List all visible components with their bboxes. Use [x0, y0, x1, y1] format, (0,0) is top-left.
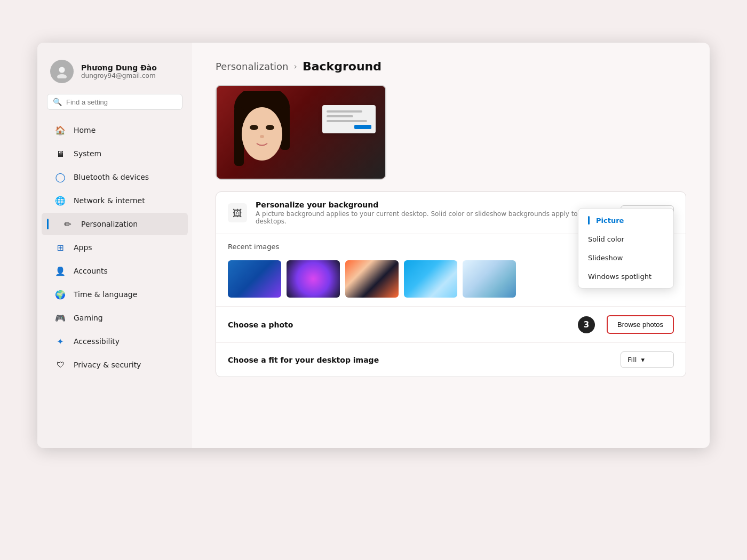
svg-point-0 — [59, 67, 65, 73]
nav-item-system[interactable]: 🖥 System — [42, 142, 188, 165]
network-icon: 🌐 — [54, 195, 66, 206]
personalize-text: Personalize your background A picture ba… — [256, 201, 621, 225]
svg-point-5 — [242, 107, 282, 161]
svg-point-7 — [266, 125, 274, 130]
dropdown-option-picture[interactable]: Picture — [578, 211, 673, 230]
fit-value: Fill — [627, 356, 637, 364]
nav-label-privacy: Privacy & security — [74, 361, 141, 369]
personalize-desc: A picture background applies to your cur… — [256, 210, 621, 225]
accounts-icon: 👤 — [54, 265, 66, 277]
bluetooth-icon: ◯ — [54, 171, 66, 183]
dropdown-option-slideshow-label: Slideshow — [588, 254, 623, 262]
nav-label-apps: Apps — [74, 243, 92, 252]
home-icon: 🏠 — [54, 124, 66, 136]
selected-indicator — [588, 216, 590, 225]
choose-photo-action: 3 Browse photos — [578, 315, 674, 334]
dropdown-option-solid-label: Solid color — [588, 235, 624, 243]
thumbnail-4[interactable] — [404, 260, 457, 298]
svg-point-1 — [57, 74, 67, 78]
background-dropdown-menu: Picture Solid color Slideshow Windows sp… — [578, 208, 674, 289]
step-badge: 3 — [578, 316, 595, 333]
personalize-icon: 🖼 — [228, 203, 247, 222]
personalize-row: 🖼 Personalize your background A picture … — [216, 192, 686, 234]
svg-point-6 — [250, 125, 258, 130]
breadcrumb: Personalization › Background — [216, 60, 686, 73]
nav-label-bluetooth: Bluetooth & devices — [74, 173, 149, 181]
desktop-preview — [216, 85, 386, 180]
nav-item-home[interactable]: 🏠 Home — [42, 119, 188, 141]
dropdown-option-slideshow[interactable]: Slideshow — [578, 249, 673, 267]
thumbnail-2[interactable] — [287, 260, 340, 298]
nav-item-gaming[interactable]: 🎮 Gaming — [42, 307, 188, 329]
svg-point-8 — [260, 135, 264, 138]
preview-face-svg — [227, 91, 297, 177]
choose-fit-row: Choose a fit for your desktop image Fill… — [216, 343, 686, 377]
search-icon: 🔍 — [53, 98, 62, 106]
breadcrumb-current: Background — [303, 60, 382, 73]
sidebar: Phương Dung Đào dungroy94@gmail.com 🔍 🏠 … — [37, 43, 192, 448]
user-name: Phương Dung Đào — [81, 63, 157, 72]
nav-item-personalization[interactable]: ✏️ Personalization — [42, 213, 188, 235]
fit-chevron-icon: ▾ — [641, 356, 645, 364]
choose-fit-text: Choose a fit for your desktop image — [228, 356, 621, 364]
dropdown-option-spotlight-label: Windows spotlight — [588, 273, 651, 281]
nav-item-accessibility[interactable]: ✦ Accessibility — [42, 330, 188, 353]
nav-item-apps[interactable]: ⊞ Apps — [42, 236, 188, 259]
breadcrumb-parent: Personalization — [216, 61, 288, 72]
choose-photo-text: Choose a photo — [228, 321, 578, 329]
nav-item-network[interactable]: 🌐 Network & internet — [42, 189, 188, 212]
nav-label-time: Time & language — [74, 290, 137, 299]
personalization-icon: ✏️ — [62, 218, 74, 230]
dropdown-option-spotlight[interactable]: Windows spotlight — [578, 267, 673, 286]
thumbnail-1[interactable] — [228, 260, 281, 298]
nav-label-gaming: Gaming — [74, 314, 103, 322]
user-email: dungroy94@gmail.com — [81, 72, 157, 79]
search-input[interactable] — [66, 98, 177, 106]
thumbnail-5[interactable] — [463, 260, 516, 298]
settings-window: Phương Dung Đào dungroy94@gmail.com 🔍 🏠 … — [37, 43, 710, 448]
nav-item-privacy[interactable]: 🛡 Privacy & security — [42, 354, 188, 376]
apps-icon: ⊞ — [54, 242, 66, 253]
fit-dropdown[interactable]: Fill ▾ — [621, 351, 674, 368]
nav-label-home: Home — [74, 126, 96, 134]
privacy-icon: 🛡 — [54, 359, 66, 371]
user-info: Phương Dung Đào dungroy94@gmail.com — [81, 63, 157, 79]
choose-photo-label: Choose a photo — [228, 321, 578, 329]
browse-photos-button[interactable]: Browse photos — [607, 315, 674, 334]
dropdown-option-solid-color[interactable]: Solid color — [578, 230, 673, 249]
nav-label-system: System — [74, 149, 101, 158]
nav-label-network: Network & internet — [74, 196, 145, 205]
user-profile[interactable]: Phương Dung Đào dungroy94@gmail.com — [37, 53, 192, 94]
choose-fit-action: Fill ▾ — [621, 351, 674, 368]
preview-dialog — [322, 105, 376, 133]
main-content: Personalization › Background — [192, 43, 710, 448]
nav-label-accounts: Accounts — [74, 267, 108, 275]
choose-fit-label: Choose a fit for your desktop image — [228, 356, 621, 364]
active-bar — [47, 219, 49, 229]
time-icon: 🌍 — [54, 289, 66, 300]
dropdown-option-picture-label: Picture — [596, 217, 624, 225]
search-box[interactable]: 🔍 — [47, 94, 182, 110]
breadcrumb-chevron: › — [293, 61, 297, 71]
nav-item-bluetooth[interactable]: ◯ Bluetooth & devices — [42, 166, 188, 188]
nav-item-accounts[interactable]: 👤 Accounts — [42, 260, 188, 282]
nav-label-personalization: Personalization — [81, 220, 138, 228]
nav-label-accessibility: Accessibility — [74, 337, 120, 346]
avatar — [50, 60, 74, 83]
system-icon: 🖥 — [54, 148, 66, 159]
nav-item-time[interactable]: 🌍 Time & language — [42, 283, 188, 306]
gaming-icon: 🎮 — [54, 312, 66, 324]
thumbnail-3[interactable] — [345, 260, 399, 298]
personalize-title: Personalize your background — [256, 201, 621, 209]
accessibility-icon: ✦ — [54, 335, 66, 347]
settings-card: 🖼 Personalize your background A picture … — [216, 191, 686, 377]
choose-photo-row: Choose a photo 3 Browse photos — [216, 307, 686, 343]
